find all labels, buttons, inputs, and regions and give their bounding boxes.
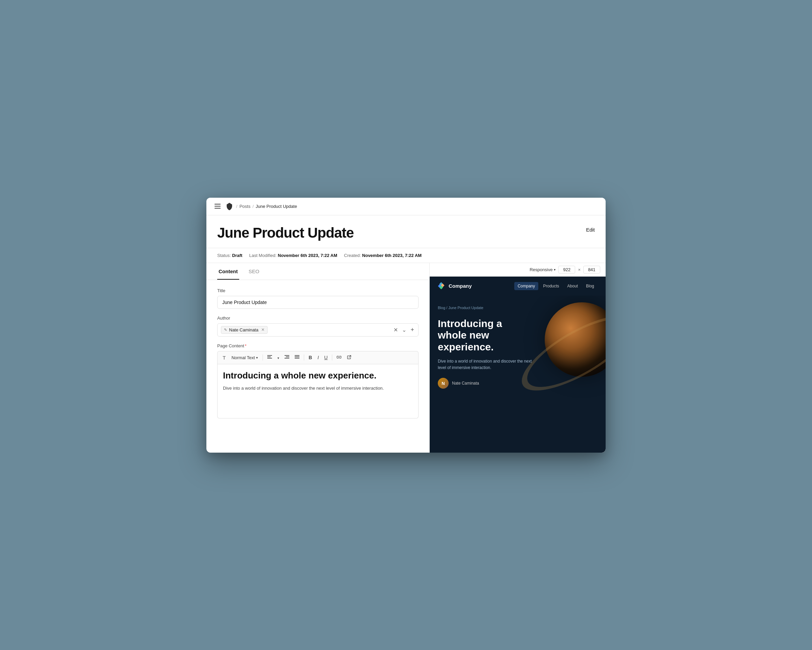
- align-left-button[interactable]: [266, 354, 274, 362]
- paragraph-format-button[interactable]: T: [221, 354, 227, 362]
- author-add-button[interactable]: +: [410, 326, 415, 334]
- title-label: Title: [217, 288, 418, 293]
- last-modified: Last Modified: November 6th 2023, 7:22 A…: [249, 253, 337, 258]
- tabs-bar: Content SEO: [206, 263, 429, 280]
- svg-rect-7: [295, 356, 299, 357]
- page-content-field-group: Page Content* T Normal Text ▾: [217, 343, 418, 418]
- responsive-label: Responsive: [530, 267, 553, 272]
- tab-seo[interactable]: SEO: [247, 263, 261, 280]
- italic-button[interactable]: I: [316, 354, 321, 361]
- toolbar-sep-1: [263, 355, 263, 361]
- tab-content[interactable]: Content: [217, 263, 239, 280]
- indent-button[interactable]: [283, 354, 291, 362]
- site-logo: Company: [438, 282, 472, 290]
- editor-heading: Introducing a whole new experience.: [223, 370, 413, 381]
- nav-link-blog[interactable]: Blog: [583, 282, 597, 290]
- rich-text-editor[interactable]: Introducing a whole new experience. Dive…: [217, 364, 418, 418]
- main-content: Content SEO Title Author ✎ Nate Caminata: [206, 263, 606, 453]
- title-input[interactable]: [217, 296, 418, 309]
- page-header: June Product Update Edit: [206, 215, 606, 248]
- author-name: Nate Caminata: [229, 327, 258, 332]
- author-tag: ✎ Nate Caminata ✕: [221, 326, 268, 334]
- responsive-dropdown-icon: ▾: [554, 268, 556, 272]
- svg-rect-8: [295, 358, 299, 358]
- author-field-actions: ✕ ⌄ +: [393, 326, 415, 334]
- height-input[interactable]: [583, 266, 600, 274]
- editor-body: Dive into a world of innovation and disc…: [223, 385, 413, 392]
- svg-rect-2: [267, 358, 272, 358]
- site-nav-links: Company Products About Blog: [514, 282, 597, 290]
- site-logo-icon: [438, 282, 446, 290]
- author-field-group: Author ✎ Nate Caminata ✕ ✕ ⌄ +: [217, 315, 418, 336]
- responsive-select[interactable]: Responsive ▾: [530, 267, 556, 272]
- top-nav: / Posts / June Product Update: [206, 198, 606, 215]
- author-label: Author: [217, 315, 418, 321]
- external-link-button[interactable]: [345, 354, 353, 362]
- breadcrumb-sep-1: /: [236, 204, 238, 209]
- toolbar-sep-2: [304, 355, 304, 361]
- left-panel: Content SEO Title Author ✎ Nate Caminata: [206, 263, 430, 453]
- author-dropdown-button[interactable]: ⌄: [401, 326, 407, 334]
- svg-rect-0: [267, 355, 272, 356]
- site-hero-title: Introducing a whole new experience.: [438, 318, 533, 353]
- nav-link-products[interactable]: Products: [540, 282, 562, 290]
- site-breadcrumb-post: June Product Update: [448, 306, 483, 310]
- site-nav: Company Company Products About Blog: [430, 277, 606, 295]
- svg-rect-4: [286, 356, 289, 357]
- author-field[interactable]: ✎ Nate Caminata ✕ ✕ ⌄ +: [217, 323, 418, 336]
- preview-toolbar: Responsive ▾ ×: [430, 263, 606, 277]
- logo-icon: [225, 202, 234, 210]
- svg-rect-6: [295, 355, 299, 356]
- edit-button[interactable]: Edit: [586, 225, 595, 235]
- site-author-avatar: N: [438, 378, 449, 388]
- outdent-button[interactable]: [293, 354, 301, 362]
- author-edit-icon: ✎: [224, 328, 227, 332]
- dimension-x: ×: [578, 267, 581, 272]
- form-content: Title Author ✎ Nate Caminata ✕ ✕: [206, 280, 429, 453]
- author-clear-button[interactable]: ✕: [393, 326, 398, 334]
- preview-frame: Company Company Products About Blog: [430, 277, 606, 453]
- author-remove-button[interactable]: ✕: [261, 327, 264, 332]
- page-title: June Product Update: [217, 225, 354, 241]
- site-logo-text: Company: [449, 283, 472, 289]
- toolbar-sep-3: [332, 355, 332, 361]
- bold-button[interactable]: B: [307, 354, 314, 361]
- meta-row: Status: Draft Last Modified: November 6t…: [206, 248, 606, 263]
- page-content-label: Page Content*: [217, 343, 418, 348]
- status-value: Draft: [232, 253, 242, 258]
- last-modified-value: November 6th 2023, 7:22 AM: [278, 253, 337, 258]
- breadcrumb-sep-2: /: [252, 204, 254, 209]
- site-hero-desc: Dive into a world of innovation and disc…: [438, 358, 533, 371]
- breadcrumb: / Posts / June Product Update: [236, 204, 297, 209]
- nav-link-company[interactable]: Company: [514, 282, 538, 290]
- width-input[interactable]: [558, 266, 575, 274]
- svg-rect-1: [267, 356, 271, 357]
- svg-rect-5: [284, 358, 289, 358]
- site-breadcrumb-blog: Blog: [438, 306, 445, 310]
- align-dropdown-button[interactable]: ▾: [276, 354, 281, 361]
- normal-text-select[interactable]: Normal Text ▾: [229, 354, 260, 361]
- link-button[interactable]: [335, 354, 343, 361]
- site-preview: Company Company Products About Blog: [430, 277, 606, 453]
- site-hero: Blog / June Product Update Introducing a…: [430, 295, 606, 453]
- breadcrumb-posts[interactable]: Posts: [240, 204, 251, 209]
- status-label: Status: Draft: [217, 253, 242, 258]
- title-field-group: Title: [217, 288, 418, 309]
- menu-button[interactable]: [213, 202, 223, 211]
- nav-link-about[interactable]: About: [564, 282, 581, 290]
- site-author-name: Nate Caminata: [452, 381, 479, 385]
- dropdown-arrow-icon: ▾: [256, 356, 258, 359]
- svg-rect-3: [284, 355, 289, 356]
- required-marker: *: [245, 343, 247, 348]
- app-window: / Posts / June Product Update June Produ…: [206, 198, 606, 453]
- right-panel: Responsive ▾ ×: [430, 263, 606, 453]
- rich-text-toolbar: T Normal Text ▾: [217, 351, 418, 364]
- created: Created: November 6th 2023, 7:22 AM: [344, 253, 421, 258]
- breadcrumb-current: June Product Update: [256, 204, 297, 209]
- created-value: November 6th 2023, 7:22 AM: [362, 253, 421, 258]
- underline-button[interactable]: U: [322, 354, 329, 361]
